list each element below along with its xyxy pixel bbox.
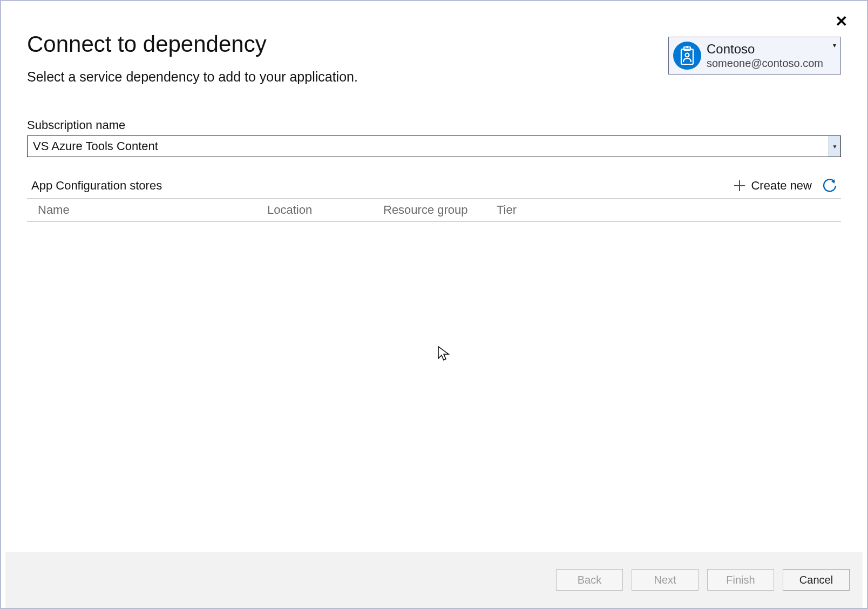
close-icon: ✕	[835, 13, 847, 30]
column-location: Location	[267, 203, 383, 217]
refresh-icon	[823, 179, 837, 193]
column-resource-group: Resource group	[383, 203, 497, 217]
svg-point-3	[686, 53, 689, 57]
plus-icon	[734, 180, 745, 192]
next-button[interactable]: Next	[632, 569, 699, 591]
back-button[interactable]: Back	[556, 569, 623, 591]
account-name: Contoso	[707, 42, 833, 57]
finish-button[interactable]: Finish	[707, 569, 774, 591]
create-new-label: Create new	[751, 179, 812, 193]
table-header: Name Location Resource group Tier	[27, 199, 841, 222]
cancel-button[interactable]: Cancel	[783, 569, 850, 591]
close-button[interactable]: ✕	[835, 14, 847, 29]
refresh-button[interactable]	[823, 179, 837, 193]
create-new-button[interactable]: Create new	[734, 179, 812, 193]
account-badge-icon	[673, 42, 701, 70]
stores-title: App Configuration stores	[31, 179, 734, 193]
subscription-value: VS Azure Tools Content	[28, 136, 829, 157]
column-name: Name	[38, 203, 267, 217]
cursor-icon	[437, 346, 451, 362]
account-email: someone@contoso.com	[707, 57, 833, 70]
account-selector[interactable]: Contoso someone@contoso.com ▾	[668, 37, 841, 75]
footer: Back Next Finish Cancel	[5, 552, 863, 608]
subscription-label: Subscription name	[27, 118, 841, 132]
chevron-down-icon: ▼	[829, 136, 840, 157]
subscription-select[interactable]: VS Azure Tools Content ▼	[27, 136, 841, 157]
account-text: Contoso someone@contoso.com	[707, 42, 833, 70]
column-tier: Tier	[497, 203, 830, 217]
chevron-down-icon: ▾	[833, 42, 836, 49]
